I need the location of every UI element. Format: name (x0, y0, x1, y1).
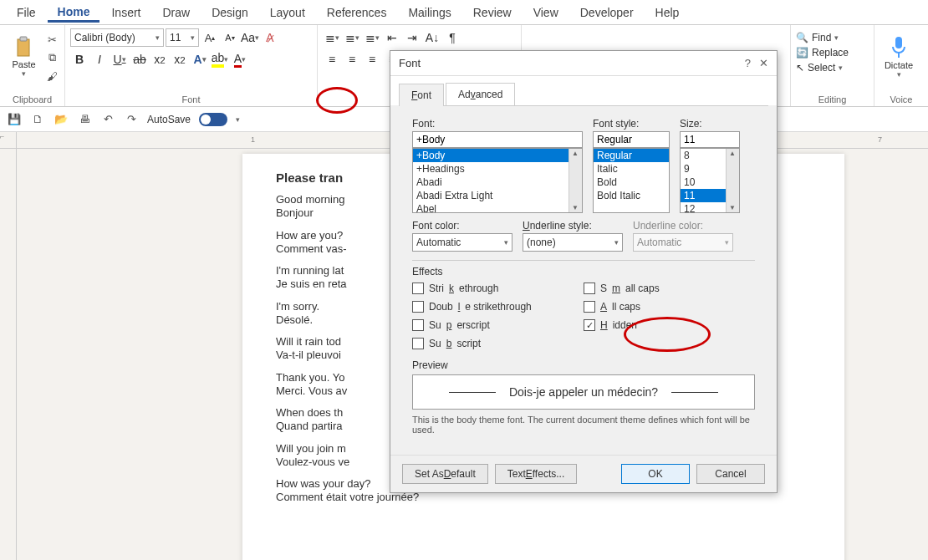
strikethrough-checkbox[interactable]: Strikethrough (412, 283, 584, 294)
undo-icon[interactable]: ↶ (100, 112, 115, 127)
clear-formatting-button[interactable]: A̷ (261, 28, 279, 47)
align-left-button[interactable]: ≡ (323, 50, 341, 69)
tab-references[interactable]: References (317, 3, 397, 23)
grow-font-button[interactable]: A▴ (201, 28, 219, 47)
dialog-tabs: Font Advanced (390, 76, 777, 105)
numbering-button[interactable]: ≣ (343, 28, 361, 47)
underline-button[interactable]: U (110, 50, 129, 69)
shrink-font-button[interactable]: A▾ (221, 28, 239, 47)
subscript-checkbox[interactable]: Subscript (412, 338, 584, 349)
tab-review[interactable]: Review (463, 3, 522, 23)
print-icon[interactable]: 🖶 (77, 112, 92, 127)
tab-layout[interactable]: Layout (260, 3, 315, 23)
font-color-button[interactable]: A (231, 50, 249, 69)
style-field-input[interactable] (593, 131, 670, 148)
cancel-button[interactable]: Cancel (696, 464, 765, 484)
scrollbar[interactable] (569, 149, 582, 212)
change-case-button[interactable]: Aa (241, 28, 259, 47)
superscript-checkbox[interactable]: Superscript (412, 319, 584, 331)
menubar: File Home Insert Draw Design Layout Refe… (0, 0, 928, 25)
open-icon[interactable]: 📂 (54, 112, 69, 127)
paste-label: Paste (12, 59, 35, 69)
text-effects-button[interactable]: A (191, 50, 209, 69)
ok-button[interactable]: OK (621, 464, 690, 484)
autosave-label: AutoSave (147, 114, 191, 125)
close-icon[interactable]: ✕ (759, 57, 768, 69)
annotation-circle-launcher (316, 87, 358, 114)
group-label-font: Font (70, 94, 312, 106)
tab-home[interactable]: Home (48, 2, 100, 23)
font-size-select[interactable]: 11 (166, 28, 199, 47)
style-option[interactable]: Regular (594, 149, 669, 162)
style-option[interactable]: Bold (594, 176, 669, 189)
tab-design[interactable]: Design (201, 3, 258, 23)
autosave-toggle[interactable] (199, 113, 227, 126)
text-effects-button[interactable]: Text Effects... (495, 464, 578, 484)
replace-icon: 🔄 (796, 47, 808, 59)
scrollbar[interactable] (726, 149, 739, 212)
small-caps-checkbox[interactable]: Small caps (584, 283, 755, 294)
size-listbox[interactable]: 8 9 10 11 12 (680, 148, 740, 213)
font-listbox[interactable]: +Body +Headings Abadi Abadi Extra Light … (412, 148, 583, 213)
dialog-title: Font (399, 57, 421, 69)
font-field-input[interactable] (412, 131, 583, 148)
tab-developer[interactable]: Developer (570, 3, 644, 23)
show-marks-button[interactable]: ¶ (443, 28, 461, 47)
multilevel-button[interactable]: ≣ (363, 28, 381, 47)
dialog-tab-font[interactable]: Font (399, 84, 444, 106)
style-option[interactable]: Bold Italic (594, 189, 669, 202)
format-painter-icon[interactable]: 🖌 (44, 69, 59, 84)
new-icon[interactable]: 🗋 (30, 112, 45, 127)
font-option[interactable]: Abadi Extra Light (413, 189, 582, 202)
font-option[interactable]: +Body (413, 149, 582, 162)
style-listbox[interactable]: Regular Italic Bold Bold Italic (593, 148, 670, 213)
replace-button[interactable]: 🔄Replace (796, 47, 869, 59)
group-label-clipboard: Clipboard (5, 94, 59, 106)
font-option[interactable]: Abadi (413, 176, 582, 189)
chevron-down-icon (156, 33, 160, 42)
dialog-titlebar[interactable]: Font ? ✕ (390, 51, 777, 76)
font-option[interactable]: Abel (413, 202, 582, 213)
tab-draw[interactable]: Draw (152, 3, 200, 23)
all-caps-checkbox[interactable]: All caps (584, 301, 755, 313)
cut-icon[interactable]: ✂ (44, 32, 59, 47)
align-center-button[interactable]: ≡ (343, 50, 361, 69)
double-strike-checkbox[interactable]: Double strikethrough (412, 301, 584, 313)
tab-insert[interactable]: Insert (101, 3, 150, 23)
select-button[interactable]: ↖Select (796, 62, 869, 74)
align-right-button[interactable]: ≡ (363, 50, 381, 69)
decrease-indent-button[interactable]: ⇤ (383, 28, 401, 47)
superscript-button[interactable]: x2 (171, 50, 189, 69)
qat-dropdown-icon[interactable] (236, 115, 240, 124)
save-icon[interactable]: 💾 (7, 112, 22, 127)
bold-button[interactable]: B (70, 50, 89, 69)
vertical-ruler[interactable] (0, 149, 17, 560)
tab-file[interactable]: File (7, 3, 46, 23)
dictate-button[interactable]: Dictate (880, 28, 918, 85)
tab-mailings[interactable]: Mailings (398, 3, 461, 23)
help-icon[interactable]: ? (745, 57, 751, 69)
style-option[interactable]: Italic (594, 162, 669, 176)
increase-indent-button[interactable]: ⇥ (403, 28, 421, 47)
underline-style-combo[interactable]: (none) (523, 233, 623, 252)
redo-icon[interactable]: ↷ (124, 112, 139, 127)
highlight-button[interactable]: ab (211, 50, 229, 69)
copy-icon[interactable]: ⧉ (44, 50, 59, 65)
set-default-button[interactable]: Set As Default (402, 464, 488, 484)
chevron-down-icon (191, 33, 195, 42)
font-color-combo[interactable]: Automatic (412, 233, 512, 252)
dialog-tab-advanced[interactable]: Advanced (446, 83, 515, 105)
paste-button[interactable]: Paste (5, 28, 43, 85)
find-button[interactable]: 🔍Find (796, 32, 869, 43)
size-field-input[interactable] (680, 131, 740, 148)
sort-button[interactable]: A↓ (423, 28, 441, 47)
tab-help[interactable]: Help (645, 3, 690, 23)
font-name-select[interactable]: Calibri (Body) (70, 28, 164, 47)
tab-view[interactable]: View (523, 3, 569, 23)
italic-button[interactable]: I (90, 50, 109, 69)
subscript-button[interactable]: x2 (150, 50, 169, 69)
strike-button[interactable]: ab (130, 50, 149, 69)
bullets-button[interactable]: ≣ (323, 28, 341, 47)
font-option[interactable]: +Headings (413, 162, 582, 176)
font-dialog: Font ? ✕ Font Advanced Font: +Body +Head… (390, 50, 778, 493)
